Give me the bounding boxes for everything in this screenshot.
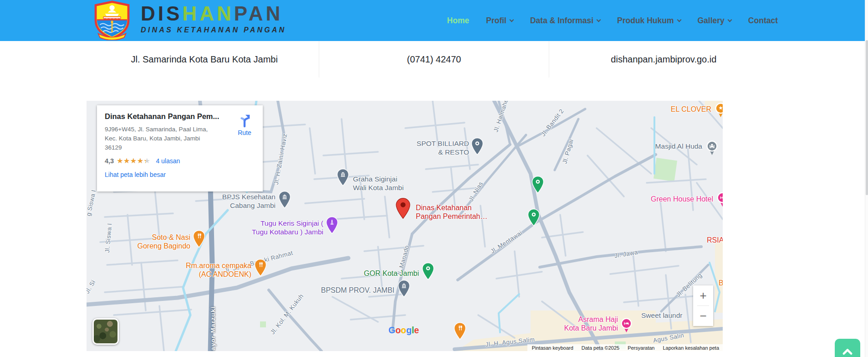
website-url-text: dishanpan.jambiprov.go.id [549, 41, 778, 78]
place-address: 9J96+W45, Jl. Samarinda, Paal Lima, Kec.… [105, 125, 209, 152]
soto-nasi-goreng-bagindo-label: Soto & NasiGoreng Bagindo [137, 233, 190, 250]
graha-siginjai-marker-icon[interactable] [337, 168, 349, 188]
nav-item-label: Profil [486, 16, 506, 26]
chevron-down-icon [727, 17, 732, 22]
page-scrollbar[interactable] [865, 0, 868, 357]
chevron-up-icon [841, 345, 854, 357]
site-wordmark: DISHANPAN [141, 4, 286, 24]
google-logo-letter: e [414, 325, 419, 335]
nav-item-label: Home [447, 16, 470, 26]
google-logo-letter: o [395, 325, 401, 335]
directions-icon [237, 114, 252, 128]
attribution-pintasan-keyboard[interactable]: Pintasan keyboard [532, 345, 573, 351]
scroll-to-top-button[interactable] [835, 339, 860, 357]
asrama-haji-kota-baru-label: Asrama HajiKota Baru Jambi [564, 315, 618, 332]
site-tagline: DINAS KETAHANAN PANGAN [141, 26, 286, 34]
nav-item-label: Gallery [698, 16, 725, 26]
bpjs-kesehatan-marker-icon[interactable] [278, 191, 291, 211]
partial-label-b-label: B [719, 279, 723, 287]
reviews-link[interactable]: 4 ulasan [156, 157, 180, 165]
attribution-persyaratan[interactable]: Persyaratan [628, 345, 654, 351]
nav-item-data-informasi[interactable]: Data & Informasi [530, 16, 600, 26]
el-clover-marker-icon[interactable] [715, 103, 723, 119]
directions-button[interactable]: Rute [237, 114, 252, 136]
spot-billiard-resto-marker-icon[interactable] [471, 137, 484, 157]
street-label: Mayor Marzuki [209, 306, 216, 351]
jambi-crest-icon [90, 0, 134, 40]
soto-nasi-goreng-bagindo-marker-icon[interactable] [193, 230, 205, 250]
nav-item-gallery[interactable]: Gallery [698, 16, 731, 26]
logo-text: DISHANPAN DINAS KETAHANAN PANGAN [141, 0, 286, 34]
site-header: DISHANPAN DINAS KETAHANAN PANGAN HomePro… [0, 0, 868, 41]
tugu-keris-siginjai-label: Tugu Keris Siginjai (Tugu Kotabaru ) Jam… [252, 219, 323, 236]
wordmark-pan: PAN [234, 2, 283, 25]
map-zoom-control: + − [693, 285, 713, 326]
chevron-down-icon [510, 17, 514, 22]
bpjs-kesehatan-label: BPJS KesehatanCabang Jambi [222, 192, 276, 210]
attribution-laporkan-kesalahan-peta[interactable]: Laporkan kesalahan peta [663, 345, 719, 351]
bpsdm-prov-jambi-marker-icon[interactable] [398, 279, 410, 300]
rm-aroma-cempaka-label: Rm.aroma cempaka(AC ANDOENK) [186, 261, 251, 279]
bpsdm-prov-jambi-label: BPSDM PROV. JAMBI [321, 286, 394, 295]
nav-item-produk-hukum[interactable]: Produk Hukum [617, 16, 680, 26]
satellite-view-toggle[interactable] [92, 318, 119, 345]
phone-number-text: (0741) 42470 [319, 41, 549, 78]
rating-value: 4,3 [105, 157, 114, 165]
green-poi-south-marker-icon[interactable] [527, 208, 540, 228]
asrama-haji-kota-baru-marker-icon[interactable] [620, 318, 633, 335]
green-house-hotel-label: Green House Hotel [651, 195, 713, 203]
google-map-embed[interactable]: Jl. H. Zainir HavizJl. HalmaheJl. Bandit… [87, 101, 723, 351]
el-clover-label: EL CLOVER [671, 105, 711, 114]
restaurant-agus-salim-marker-icon[interactable] [454, 322, 466, 342]
green-house-hotel-marker-icon[interactable] [716, 192, 723, 209]
masjid-al-huda-marker-icon[interactable] [706, 140, 718, 157]
google-logo[interactable]: Google [388, 325, 419, 336]
place-title: Dinas Ketahanan Pangan Pem... [105, 112, 226, 121]
wordmark-dis: DIS [141, 2, 182, 25]
rating-stars: ★★★★★ ★★★★★ [117, 157, 150, 165]
contact-info-bar: Jl. Samarinda Kota Baru Kota Jambi (0741… [0, 41, 868, 78]
dishanpan-place-label: Dinas KetahananPangan Pemerintah… [416, 203, 487, 221]
nav-item-label: Produk Hukum [617, 16, 674, 26]
google-logo-letter: G [388, 325, 395, 335]
office-address-text: Jl. Samarinda Kota Baru Kota Jambi [90, 41, 319, 78]
tugu-keris-siginjai-marker-icon[interactable] [326, 216, 338, 236]
nav-item-contact[interactable]: Contact [748, 16, 778, 26]
attribution-data-peta-2025: Data peta ©2025 [582, 345, 619, 351]
google-logo-letter: o [401, 325, 406, 335]
directions-label: Rute [238, 129, 251, 136]
graha-siginjai-label: Graha SiginjaiWali Kota Jambi [353, 175, 403, 192]
nav-item-home[interactable]: Home [447, 16, 470, 26]
spot-billiard-resto-label: SPOT BILLIARD& RESTO [417, 139, 469, 156]
rsia-partial-label: RSIA [707, 236, 723, 244]
rm-aroma-cempaka-marker-icon[interactable] [254, 259, 267, 279]
map-zoom-out-button[interactable]: − [693, 306, 713, 326]
sweet-laundry-label: Sweet laundr [641, 311, 682, 320]
nav-item-label: Data & Informasi [530, 16, 593, 26]
wordmark-han: HAN [182, 2, 234, 25]
green-poi-north-marker-icon[interactable] [531, 176, 544, 196]
google-logo-letter: g [406, 325, 412, 335]
gor-kota-jambi-marker-icon[interactable] [422, 262, 434, 282]
nav-item-label: Contact [748, 16, 778, 26]
map-info-card: Dinas Ketahanan Pangan Pem... 9J96+W45, … [97, 105, 263, 191]
masjid-al-huda-label: Masjid Al Huda [655, 142, 702, 150]
site-logo[interactable]: DISHANPAN DINAS KETAHANAN PANGAN [90, 0, 286, 40]
main-nav: HomeProfilData & InformasiProduk HukumGa… [447, 0, 778, 41]
gor-kota-jambi-label: GOR Kota Jambi [364, 269, 419, 278]
nav-item-profil[interactable]: Profil [486, 16, 513, 26]
chevron-down-icon [597, 17, 601, 22]
larger-map-link[interactable]: Lihat peta lebih besar [105, 171, 166, 178]
map-zoom-in-button[interactable]: + [693, 285, 713, 305]
dishanpan-place-marker-icon[interactable] [395, 197, 411, 221]
map-attribution-bar: Pintasan keyboardData peta ©2025Persyara… [527, 344, 723, 351]
page: DISHANPAN DINAS KETAHANAN PANGAN HomePro… [0, 0, 868, 357]
chevron-down-icon [677, 17, 681, 22]
scrollbar-thumb[interactable] [866, 40, 868, 195]
